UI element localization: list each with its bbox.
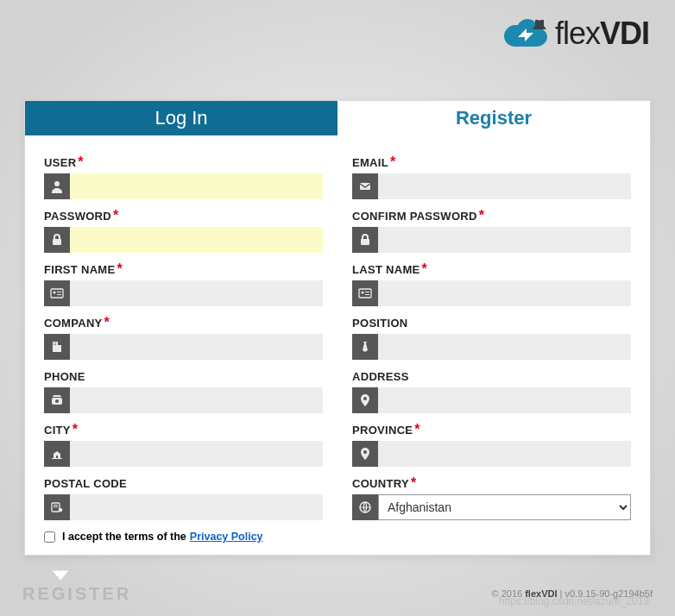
svg-rect-23 xyxy=(361,239,369,245)
postal-input[interactable] xyxy=(70,494,323,520)
tab-register[interactable]: Register xyxy=(338,101,650,135)
svg-rect-13 xyxy=(54,344,54,345)
required-mark: * xyxy=(78,154,83,169)
auth-panel: Log In Register USER* PASSWORD* FIRST NA xyxy=(24,100,651,556)
id-card-icon xyxy=(44,280,70,306)
password-label: PASSWORD xyxy=(44,210,111,223)
address-label: ADDRESS xyxy=(352,370,409,383)
confirm-label: CONFIRM PASSWORD xyxy=(352,210,477,223)
pin-icon xyxy=(352,441,378,467)
tab-login[interactable]: Log In xyxy=(25,101,338,135)
phone-label: PHONE xyxy=(44,370,85,383)
accept-terms[interactable]: I accept the terms of the Privacy Policy xyxy=(44,531,323,543)
confirm-input[interactable] xyxy=(378,227,631,253)
watermark: https://blog.csdn.net/azure_2019 xyxy=(499,595,649,607)
province-input[interactable] xyxy=(378,441,631,467)
lock-icon xyxy=(44,227,70,253)
brand-logo: flexVDI xyxy=(502,16,649,52)
postal-label: POSTAL CODE xyxy=(44,477,127,490)
pointer-icon xyxy=(52,570,69,588)
svg-point-28 xyxy=(363,397,367,400)
position-label: POSITION xyxy=(352,317,408,330)
email-icon xyxy=(352,173,378,199)
lastname-input[interactable] xyxy=(378,280,631,306)
email-label: EMAIL xyxy=(352,156,388,169)
svg-rect-7 xyxy=(57,292,61,292)
accept-text: I accept the terms of the xyxy=(62,531,186,543)
svg-point-29 xyxy=(363,450,367,454)
svg-rect-17 xyxy=(56,456,58,458)
svg-point-25 xyxy=(362,292,364,294)
required-mark: * xyxy=(414,422,420,437)
svg-rect-24 xyxy=(359,289,371,298)
company-label: COMPANY xyxy=(44,317,103,330)
brand-name: flexVDI xyxy=(555,16,649,52)
svg-rect-22 xyxy=(360,183,370,190)
lock-icon xyxy=(352,227,378,253)
required-mark: * xyxy=(73,422,78,437)
postal-icon xyxy=(44,494,70,520)
building-icon xyxy=(44,334,70,360)
province-label: PROVINCE xyxy=(352,424,413,437)
svg-rect-10 xyxy=(58,345,61,352)
required-mark: * xyxy=(390,154,395,169)
company-input[interactable] xyxy=(70,334,323,360)
pin-icon xyxy=(352,387,378,413)
position-input[interactable] xyxy=(378,334,631,360)
footer: REGISTER © 2016 flexVDI | v0.9.15-90-g21… xyxy=(0,571,675,616)
city-label: CITY xyxy=(44,424,71,437)
svg-rect-21 xyxy=(54,506,58,507)
svg-rect-12 xyxy=(55,343,56,343)
svg-point-3 xyxy=(54,181,60,186)
required-mark: * xyxy=(104,315,110,330)
city-icon xyxy=(44,441,70,467)
register-heading: REGISTER xyxy=(22,584,131,604)
tie-icon xyxy=(352,334,378,360)
country-label: COUNTRY xyxy=(352,477,409,490)
svg-rect-26 xyxy=(365,292,369,292)
accept-checkbox[interactable] xyxy=(44,531,55,543)
svg-rect-8 xyxy=(57,294,61,295)
required-mark: * xyxy=(479,208,484,223)
email-input[interactable] xyxy=(378,173,631,199)
required-mark: * xyxy=(117,261,122,276)
city-input[interactable] xyxy=(70,441,323,467)
globe-icon xyxy=(352,494,378,520)
user-input[interactable] xyxy=(70,173,323,199)
svg-rect-14 xyxy=(55,344,56,345)
svg-rect-5 xyxy=(51,289,63,298)
svg-rect-4 xyxy=(53,239,61,245)
svg-point-6 xyxy=(54,292,56,294)
required-mark: * xyxy=(411,475,416,490)
lastname-label: LAST NAME xyxy=(352,263,420,276)
address-input[interactable] xyxy=(378,387,631,413)
svg-marker-31 xyxy=(52,570,69,581)
user-label: USER xyxy=(44,156,76,169)
required-mark: * xyxy=(113,208,118,223)
phone-input[interactable] xyxy=(70,387,323,413)
user-icon xyxy=(44,173,70,199)
svg-rect-11 xyxy=(54,343,54,343)
password-input[interactable] xyxy=(70,227,323,253)
firstname-input[interactable] xyxy=(70,280,323,306)
country-select[interactable]: Afghanistan xyxy=(378,494,631,520)
cloud-icon xyxy=(502,16,550,51)
svg-point-16 xyxy=(55,399,59,403)
required-mark: * xyxy=(422,261,427,276)
id-card-icon xyxy=(352,280,378,306)
privacy-link[interactable]: Privacy Policy xyxy=(190,531,263,543)
svg-rect-27 xyxy=(365,294,369,295)
svg-point-19 xyxy=(59,508,63,512)
phone-icon xyxy=(44,387,70,413)
firstname-label: FIRST NAME xyxy=(44,263,115,276)
svg-rect-20 xyxy=(54,505,58,506)
